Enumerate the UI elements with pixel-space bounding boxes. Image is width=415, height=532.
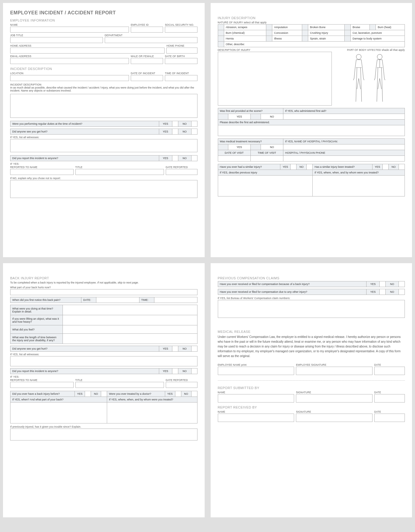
- back-feel-field[interactable]: [63, 325, 197, 334]
- page-4: PREVIOUS COMPENSATION CLAIMS Have you ev…: [211, 263, 412, 517]
- datereported-field[interactable]: [166, 169, 197, 175]
- q-regular-no[interactable]: NO: [178, 121, 191, 127]
- firstaid-desc-label: Please describe the first aid administer…: [218, 120, 405, 125]
- back-doing-field[interactable]: [63, 305, 197, 315]
- dept-field[interactable]: [105, 37, 197, 43]
- firstaid-yes: YES: [228, 114, 250, 119]
- opt-sprain: Sprain, strain: [308, 36, 344, 42]
- back-sub: To be completed when a back injury is re…: [10, 281, 197, 284]
- receive-name-field[interactable]: [218, 414, 294, 422]
- q-reported-yes[interactable]: YES: [159, 156, 172, 161]
- q-regular-yes[interactable]: YES: [159, 121, 172, 127]
- empid-field[interactable]: [131, 27, 163, 33]
- submit-date-field[interactable]: [374, 394, 405, 403]
- incdesc-field[interactable]: [10, 94, 197, 118]
- bodypart-label: PART OF BODY AFFECTED shade all that app…: [334, 48, 405, 51]
- medtreat-yes: YES: [228, 144, 250, 150]
- q-regular-yes-box[interactable]: [172, 121, 178, 127]
- timevisit-field[interactable]: [250, 156, 283, 161]
- body-front-icon: [350, 53, 368, 104]
- body-diagram[interactable]: [334, 52, 405, 105]
- prevdesc-field[interactable]: [218, 176, 313, 196]
- receive-date-field[interactable]: [374, 414, 405, 422]
- q-seen-yes[interactable]: YES: [159, 129, 172, 135]
- homephone-field[interactable]: [166, 48, 197, 54]
- reptitle-field[interactable]: [75, 169, 164, 175]
- submit-sig-label: SIGNATURE: [296, 391, 373, 394]
- q-seen: Did anyone see you get hurt?: [10, 129, 159, 135]
- similar-table: Have you ever had a similar injury?YESNO…: [218, 164, 405, 196]
- ssn-field[interactable]: [165, 27, 197, 33]
- back-title-field[interactable]: [75, 382, 164, 388]
- dob-field[interactable]: [165, 58, 197, 64]
- back-part-field[interactable]: [10, 289, 197, 295]
- witnesses-field[interactable]: [10, 139, 197, 152]
- back-lift-label: If you were lifting an object, what was …: [10, 315, 63, 325]
- receive-sig-label: SIGNATURE: [296, 410, 373, 413]
- back-wherewho-field[interactable]: [107, 403, 197, 423]
- dotted-separator: [218, 380, 405, 381]
- back-trouble-field[interactable]: [10, 429, 197, 440]
- back-part-label: What part of your back hurts now?: [10, 286, 197, 289]
- email-field[interactable]: [10, 58, 129, 64]
- back-time-field[interactable]: [154, 297, 197, 303]
- back-reported: Did you report this incident to anyone?: [10, 368, 159, 374]
- treated-no[interactable]: NO: [389, 164, 399, 170]
- back-witnesses-field[interactable]: [10, 356, 197, 366]
- body-back-icon: [371, 53, 389, 104]
- rel-empsig-field[interactable]: [296, 367, 373, 375]
- q-regular-no-box[interactable]: [191, 121, 197, 127]
- prevwhere-field[interactable]: [313, 176, 405, 196]
- back-datereported-field[interactable]: [166, 382, 197, 388]
- similar-yes[interactable]: YES: [280, 164, 291, 170]
- location-label: LOCATION: [10, 72, 129, 75]
- datereported-label: DATE REPORTED: [166, 166, 197, 169]
- submit-name-label: NAME: [218, 391, 294, 394]
- descinjury-field[interactable]: [218, 52, 332, 106]
- inctime-field[interactable]: [165, 75, 197, 81]
- submit-sig-field[interactable]: [296, 394, 373, 403]
- empid-label: EMPLOYEE ID: [131, 23, 163, 26]
- q-seen-no[interactable]: NO: [178, 129, 191, 135]
- location-field[interactable]: [10, 75, 129, 81]
- back-reportedto-label: REPORTED TO NAME: [10, 379, 74, 382]
- hospname-field[interactable]: [283, 144, 405, 150]
- back-date-field[interactable]: [96, 297, 139, 303]
- rel-date-field[interactable]: [374, 367, 405, 375]
- back-reportedto-field[interactable]: [10, 382, 74, 388]
- release-text: Under current Workers' Compensation Law,…: [218, 335, 405, 359]
- rel-empsig-label: EMPLOYEE SIGNATURE: [296, 363, 373, 366]
- q-reported-no[interactable]: NO: [178, 156, 191, 161]
- incdate-field[interactable]: [131, 75, 163, 81]
- release-heading: MEDICAL RELEASE: [218, 330, 405, 333]
- submit-name-field[interactable]: [218, 394, 294, 403]
- descinjury-label: DESCRIPTION OF INJURY: [218, 48, 332, 51]
- homeaddr-field[interactable]: [10, 48, 165, 54]
- back-whenpart-field[interactable]: [10, 403, 107, 423]
- back-length-field[interactable]: [63, 334, 197, 344]
- rel-empname-field[interactable]: [218, 367, 294, 375]
- opt-abrasion: Abrasion, scrapes: [224, 25, 266, 30]
- reportedto-field[interactable]: [10, 169, 74, 175]
- jobtitle-field[interactable]: [10, 37, 103, 43]
- back-wherewho-label: If YES, where, when, and by whom were yo…: [107, 397, 197, 403]
- gender-field[interactable]: [131, 58, 163, 64]
- receive-sig-field[interactable]: [296, 414, 373, 422]
- svg-point-0: [356, 54, 361, 60]
- firstaid-desc-field[interactable]: [218, 125, 405, 136]
- datevisit-label: DATE OF VISIT: [218, 150, 251, 156]
- hospphone-field[interactable]: [283, 156, 405, 161]
- firstaid-who-field[interactable]: [283, 114, 405, 120]
- comp-back: Have you ever received or filed for comp…: [218, 281, 367, 287]
- opt-hernia: Hernia: [224, 36, 266, 42]
- gender-label: MALE OR FEMALE: [131, 55, 163, 58]
- name-field[interactable]: [10, 27, 129, 33]
- back-lift-field[interactable]: [63, 315, 197, 325]
- nature-label: NATURE OF INJURY select all that apply: [218, 21, 405, 24]
- similar-no[interactable]: NO: [297, 164, 307, 170]
- ifno-field[interactable]: [10, 180, 197, 198]
- datevisit-field[interactable]: [218, 156, 251, 161]
- receive-date-label: DATE: [374, 410, 405, 413]
- comp-list-field[interactable]: [218, 300, 405, 318]
- treated-yes[interactable]: YES: [373, 164, 383, 170]
